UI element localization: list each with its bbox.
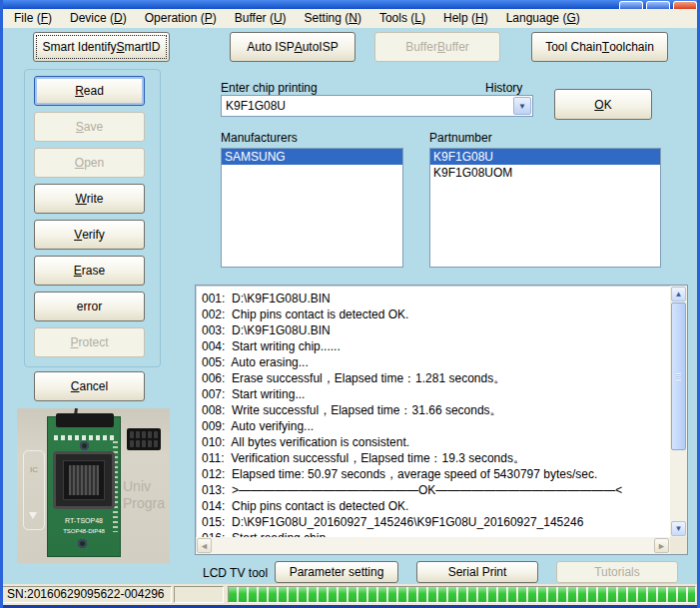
chip-printing-value: K9F1G08U bbox=[226, 99, 286, 113]
save-button: Save bbox=[34, 112, 145, 142]
protect-button: Protect bbox=[34, 327, 145, 357]
partnumber-item[interactable]: K9F1G08UOM bbox=[430, 165, 660, 181]
menu-operation[interactable]: Operation (P) bbox=[136, 9, 226, 28]
scroll-left-icon[interactable]: ◄ bbox=[197, 538, 212, 553]
parameter-setting-button[interactable]: Parameter setting bbox=[275, 561, 398, 583]
log-panel: 001: D:\K9F1G08U.BIN002: Chip pins conta… bbox=[195, 285, 688, 555]
status-bar: SN:20160629095622-004296 bbox=[0, 584, 700, 608]
screw-hole bbox=[80, 441, 89, 450]
minimize-button[interactable] bbox=[619, 1, 643, 9]
manufacturers-label: Manufacturers bbox=[221, 131, 298, 145]
status-spacer-panel bbox=[174, 586, 224, 603]
progress-bar-fill bbox=[229, 587, 695, 602]
pcb-label-line1: RT-TSOP48 bbox=[48, 517, 120, 525]
programmer-photo: RT-TSOP48 TSOP48-DIP48 IC Univ Progra bbox=[17, 408, 170, 563]
serial-print-button[interactable]: Serial Print bbox=[416, 561, 538, 583]
log-line: 002: Chip pins contact is detected OK. bbox=[202, 306, 670, 322]
menu-help[interactable]: Help (H) bbox=[434, 9, 497, 28]
ok-button[interactable]: OK bbox=[554, 89, 652, 120]
menu-bar: File (F) Device (D) Operation (P) Buffer… bbox=[0, 9, 700, 28]
serial-number-panel: SN:20160629095622-004296 bbox=[2, 586, 172, 603]
menu-file[interactable]: File (F) bbox=[5, 9, 61, 28]
menu-language[interactable]: Language (G) bbox=[497, 9, 589, 28]
ic-socket-silkscreen: IC bbox=[23, 450, 45, 530]
chip-printing-combobox[interactable]: K9F1G08U ▼ bbox=[221, 95, 533, 117]
history-label: History bbox=[485, 81, 522, 95]
chevron-down-icon[interactable]: ▼ bbox=[513, 97, 531, 115]
enter-chip-label: Enter chip printing bbox=[221, 81, 318, 95]
verify-button[interactable]: Verify bbox=[34, 220, 145, 250]
menu-buffer[interactable]: Buffer (U) bbox=[226, 9, 296, 28]
tutorials-button: Tutorials bbox=[556, 561, 678, 583]
log-line: 013: >———————————————OK———————————————< bbox=[202, 482, 670, 498]
write-button[interactable]: Write bbox=[34, 184, 145, 214]
log-line: 015: D:\K9F1G08U_20160927_145246\K9F1G08… bbox=[202, 514, 670, 530]
auto-isp-button[interactable]: Auto ISP AutoISP bbox=[230, 32, 355, 62]
log-line: 008: Write successful，Elapsed time：31.66… bbox=[202, 402, 670, 418]
title-bar bbox=[0, 0, 700, 9]
scrollbar-corner bbox=[670, 537, 687, 554]
pcb-connector bbox=[56, 413, 114, 427]
arrow-down-icon bbox=[29, 512, 37, 519]
adapter-pcb: RT-TSOP48 TSOP48-DIP48 bbox=[47, 416, 121, 557]
open-button: Open bbox=[34, 148, 145, 178]
log-line: 005: Auto erasing... bbox=[202, 354, 670, 370]
close-button[interactable] bbox=[673, 1, 697, 9]
isp-pin-header bbox=[127, 428, 161, 450]
pcb-silkscreen-top bbox=[54, 435, 114, 440]
progress-bar bbox=[228, 586, 696, 603]
log-line: 010: All bytes verification is consisten… bbox=[202, 434, 670, 450]
read-button[interactable]: Read bbox=[34, 76, 145, 106]
scroll-right-icon[interactable]: ► bbox=[654, 538, 669, 553]
partnumber-item[interactable]: K9F1G08U bbox=[430, 149, 660, 165]
log-line: 016: Start reading chip...... bbox=[202, 530, 670, 537]
tsop-socket bbox=[53, 451, 115, 509]
log-line: 006: Erase successful，Elapsed time：1.281… bbox=[202, 370, 670, 386]
screw-hole bbox=[78, 539, 87, 548]
horizontal-scrollbar[interactable]: ◄ ► bbox=[196, 537, 670, 554]
manufacturers-list[interactable]: SAMSUNG bbox=[221, 148, 403, 268]
maximize-button[interactable] bbox=[646, 1, 670, 9]
chip-in-socket bbox=[69, 465, 99, 495]
scroll-down-icon[interactable]: ▼ bbox=[671, 521, 686, 536]
log-line: 003: D:\K9F1G08U.BIN bbox=[202, 322, 670, 338]
partnumber-list[interactable]: K9F1G08UK9F1G08UOM bbox=[429, 148, 661, 268]
erase-button[interactable]: Erase bbox=[34, 256, 145, 286]
lcd-tv-tool-label: LCD TV tool bbox=[203, 566, 268, 580]
log-line: 009: Auto verifying... bbox=[202, 418, 670, 434]
smart-identify-button[interactable]: Smart Identify SmartID bbox=[33, 32, 170, 62]
app-window: File (F) Device (D) Operation (P) Buffer… bbox=[0, 0, 700, 608]
log-line: 012: Elapsed time: 50.97 seconds，average… bbox=[202, 466, 670, 482]
menu-tools[interactable]: Tools (L) bbox=[370, 9, 434, 28]
cancel-button[interactable]: Cancel bbox=[34, 371, 145, 401]
menu-setting[interactable]: Setting (N) bbox=[296, 9, 370, 28]
log-text-area[interactable]: 001: D:\K9F1G08U.BIN002: Chip pins conta… bbox=[196, 286, 670, 537]
programmer-body-text: Univ Progra bbox=[123, 478, 165, 512]
log-line: 001: D:\K9F1G08U.BIN bbox=[202, 291, 670, 306]
partnumber-label: Partnumber bbox=[429, 131, 492, 145]
scroll-up-icon[interactable]: ▲ bbox=[671, 287, 686, 302]
tool-chain-button[interactable]: Tool Chain Toolchain bbox=[531, 32, 668, 62]
pcb-label-line2: TSOP48-DIP48 bbox=[48, 527, 120, 535]
vertical-scrollbar[interactable]: ▲ ▼ bbox=[670, 286, 687, 537]
log-line: 004: Start writing chip...... bbox=[202, 338, 670, 354]
log-line: 007: Start writing... bbox=[202, 386, 670, 402]
log-line: 014: Chip pins contact is detected OK. bbox=[202, 498, 670, 514]
buffer-button: Buffer Buffer bbox=[374, 32, 500, 62]
error-button[interactable]: error bbox=[34, 292, 145, 321]
scrollbar-thumb[interactable] bbox=[671, 303, 686, 450]
serial-number-text: SN:20160629095622-004296 bbox=[3, 587, 171, 602]
menu-device[interactable]: Device (D) bbox=[61, 9, 136, 28]
log-line: 011: Verification successful，Elapsed tim… bbox=[202, 450, 670, 466]
manufacturer-item[interactable]: SAMSUNG bbox=[222, 149, 402, 165]
